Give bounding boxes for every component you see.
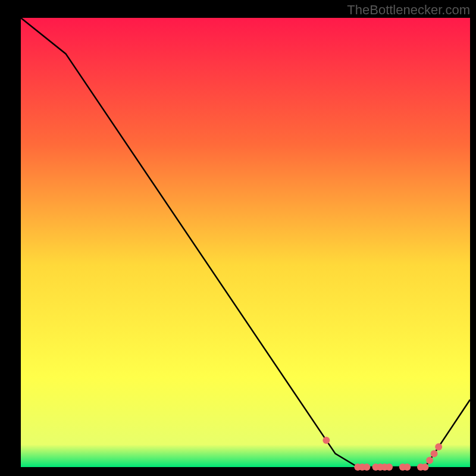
data-marker [426, 457, 433, 464]
data-marker [363, 464, 370, 471]
chart-container: TheBottlenecker.com [0, 0, 476, 476]
watermark-text: TheBottlenecker.com [347, 2, 470, 18]
data-marker [431, 450, 438, 457]
bottleneck-chart [0, 0, 476, 476]
data-marker [322, 437, 330, 444]
data-marker [435, 443, 442, 450]
data-marker [403, 464, 411, 471]
data-marker [386, 464, 393, 471]
plot-background [21, 18, 470, 467]
data-marker [422, 464, 429, 471]
